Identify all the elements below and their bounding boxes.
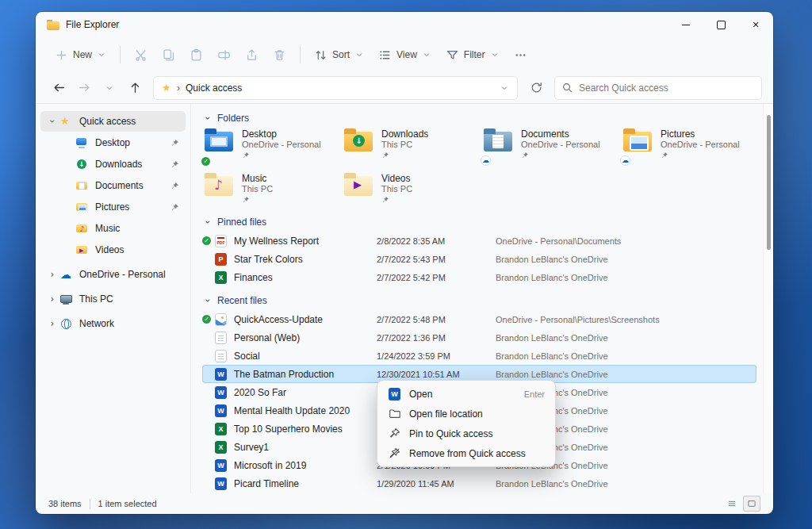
file-name: Social — [234, 351, 377, 362]
folder-tile-desktop[interactable]: Desktop OneDrive - Personal — [202, 128, 337, 167]
file-location: Brandon LeBlanc's OneDrive — [496, 351, 752, 361]
folder-location: This PC — [381, 140, 428, 150]
file-name: Picard Timeline — [234, 478, 377, 489]
collapse-chevron-icon[interactable]: › — [203, 217, 213, 228]
sidebar-item-videos[interactable]: Videos — [40, 240, 186, 260]
music-icon — [75, 222, 89, 236]
chevron-down-icon — [105, 83, 114, 93]
file-row-social[interactable]: Social 1/24/2022 3:59 PM Brandon LeBlanc… — [202, 347, 756, 365]
file-date: 2/8/2022 8:35 AM — [377, 236, 496, 246]
back-button[interactable] — [47, 76, 71, 100]
sidebar-item-downloads[interactable]: Downloads — [40, 154, 186, 174]
large-icons-view-icon — [747, 499, 756, 508]
rename-icon — [217, 48, 231, 62]
collapse-chevron-icon[interactable]: › — [203, 113, 213, 124]
copy-icon — [162, 48, 175, 62]
details-view-toggle[interactable] — [723, 496, 741, 512]
pin-icon — [242, 151, 250, 159]
sidebar-item-quick-access[interactable]: › Quick access — [40, 111, 186, 132]
recent-locations-button[interactable] — [98, 76, 121, 100]
file-row-personal-web[interactable]: Personal (Web) 2/7/2022 1:36 PM Brandon … — [202, 328, 756, 347]
sidebar-item-documents[interactable]: Documents — [40, 175, 186, 196]
file-date: 1/24/2022 3:59 PM — [377, 351, 496, 361]
back-arrow-icon — [52, 81, 66, 94]
breadcrumb[interactable]: ★ › Quick access — [153, 76, 518, 100]
sidebar-item-music[interactable]: Music — [40, 218, 186, 239]
delete-button[interactable] — [266, 43, 293, 67]
sidebar-item-this-pc[interactable]: › This PC — [40, 289, 186, 309]
new-button[interactable]: New — [48, 43, 113, 67]
more-icon — [514, 48, 527, 62]
folder-tile-music[interactable]: Music This PC — [202, 172, 337, 205]
expand-chevron-icon[interactable]: › — [47, 294, 58, 304]
folder-tile-downloads[interactable]: Downloads This PC — [342, 128, 477, 167]
folder-tile-documents[interactable]: Documents OneDrive - Personal — [481, 128, 616, 167]
sidebar-item-network[interactable]: › Network — [40, 313, 186, 334]
forward-button[interactable] — [72, 76, 96, 100]
selection-count: 1 item selected — [98, 499, 157, 508]
folder-tile-pictures[interactable]: Pictures OneDrive - Personal — [621, 128, 756, 167]
sidebar-item-desktop[interactable]: Desktop — [40, 132, 186, 153]
sort-button[interactable]: Sort — [308, 43, 370, 67]
downloads-icon — [75, 158, 89, 171]
cut-button[interactable] — [128, 43, 154, 67]
xls-file-icon — [215, 271, 227, 284]
paste-icon — [190, 48, 203, 62]
context-menu-item-open-file-location[interactable]: Open file location — [381, 404, 552, 424]
titlebar[interactable]: File Explorer × — [36, 12, 773, 37]
context-menu-item-open[interactable]: Open Enter — [381, 384, 552, 404]
up-arrow-icon — [128, 81, 142, 94]
address-dropdown-icon[interactable] — [500, 83, 509, 93]
sort-button-label: Sort — [332, 49, 350, 60]
scrollbar-thumb[interactable] — [767, 115, 771, 250]
breadcrumb-location[interactable]: Quick access — [186, 82, 242, 94]
expand-chevron-icon[interactable]: › — [48, 116, 57, 127]
file-row-finances[interactable]: Finances 2/7/2022 5:42 PM Brandon LeBlan… — [202, 268, 756, 286]
context-menu-item-pin-to-quick-access[interactable]: Pin to Quick access — [381, 424, 552, 443]
sidebar-item-pictures[interactable]: Pictures — [40, 197, 186, 217]
share-button[interactable] — [239, 43, 265, 67]
section-header-pinned-files[interactable]: › Pinned files — [202, 213, 756, 232]
search-input[interactable] — [554, 76, 762, 100]
pin-icon — [381, 196, 389, 204]
large-icons-view-toggle[interactable] — [743, 496, 760, 512]
up-button[interactable] — [123, 76, 147, 100]
toolbar-separator — [300, 46, 301, 63]
expand-chevron-icon[interactable]: › — [47, 319, 58, 328]
section-header-folders[interactable]: › Folders — [202, 109, 756, 128]
file-date: 2/7/2022 5:42 PM — [377, 273, 496, 282]
refresh-button[interactable] — [524, 76, 548, 100]
minimize-button[interactable] — [668, 12, 703, 37]
view-button[interactable]: View — [372, 43, 438, 67]
folder-name: Pictures — [661, 128, 740, 140]
img-file-icon — [215, 313, 227, 326]
vertical-scrollbar[interactable] — [763, 104, 773, 493]
maximize-button[interactable] — [703, 12, 738, 37]
sidebar-item-label: This PC — [79, 293, 179, 305]
folder-tile-videos[interactable]: Videos This PC — [342, 172, 477, 205]
documents-folder-icon — [483, 128, 513, 152]
copy-button[interactable] — [155, 43, 182, 67]
sidebar-item-label: Pictures — [95, 201, 170, 213]
sidebar-item-onedrive-personal[interactable]: › OneDrive - Personal — [40, 264, 186, 285]
desktop-icon — [75, 136, 89, 150]
file-date: 1/29/2020 11:45 AM — [377, 479, 496, 489]
expand-chevron-icon[interactable]: › — [47, 270, 58, 279]
refresh-icon — [530, 81, 543, 94]
pin-icon — [170, 139, 179, 148]
collapse-chevron-icon[interactable]: › — [203, 295, 213, 306]
close-button[interactable]: × — [738, 12, 773, 37]
folder-name: Music — [242, 173, 273, 184]
more-options-button[interactable] — [508, 43, 534, 67]
file-row-star-trek-colors[interactable]: Star Trek Colors 2/7/2022 5:43 PM Brando… — [202, 250, 756, 268]
file-row-my-wellness-report[interactable]: My Wellness Report 2/8/2022 8:35 AM OneD… — [202, 232, 756, 250]
section-header-recent-files[interactable]: › Recent files — [202, 291, 756, 310]
desktop-wallpaper: File Explorer × New — [0, 0, 812, 529]
paste-button[interactable] — [183, 43, 209, 67]
rename-button[interactable] — [211, 43, 237, 67]
context-menu-item-remove-from-quick-access[interactable]: Remove from Quick access — [381, 443, 552, 463]
filter-button[interactable]: Filter — [439, 43, 506, 67]
quick-access-star-icon: ★ — [162, 82, 171, 93]
file-row-quickaccess-update[interactable]: QuickAccess-Update 2/7/2022 5:48 PM OneD… — [202, 310, 756, 328]
file-row-picard-timeline[interactable]: Picard Timeline 1/29/2020 11:45 AM Brand… — [202, 474, 756, 493]
